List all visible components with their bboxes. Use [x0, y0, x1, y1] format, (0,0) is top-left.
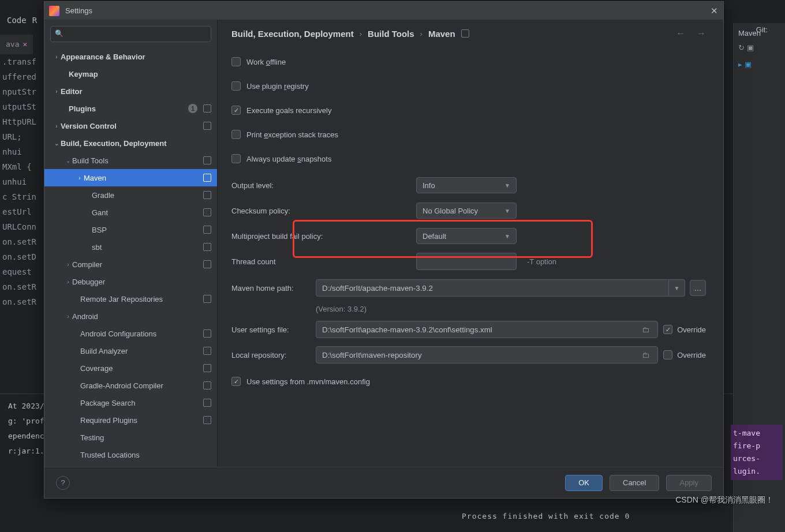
chevron-icon: › — [53, 123, 61, 129]
maven-home-dropdown[interactable]: ▼ — [669, 279, 685, 297]
tree-item-plugins[interactable]: Plugins1 — [44, 100, 217, 117]
project-scope-icon — [203, 243, 211, 251]
tree-item-label: Plugins — [69, 104, 188, 113]
checkbox[interactable] — [231, 106, 241, 115]
tree-item-build-analyzer[interactable]: Build Analyzer — [44, 342, 217, 359]
settings-main-panel: Build, Execution, Deployment› Build Tool… — [218, 20, 723, 467]
tree-item-label: Required Plugins — [80, 416, 201, 425]
tree-item-label: Editor — [61, 87, 211, 96]
checksum-policy-select[interactable]: No Global Policy▼ — [416, 203, 517, 219]
nav-forward-icon[interactable]: → — [697, 28, 706, 39]
tree-item-android-configurations[interactable]: Android Configurations — [44, 325, 217, 342]
tree-item-android[interactable]: ›Android — [44, 308, 217, 325]
user-settings-override-checkbox[interactable] — [663, 325, 672, 334]
watermark: CSDN @帮我消消黑眼圈！ — [675, 495, 773, 505]
chevron-icon: ⌄ — [53, 140, 61, 147]
tree-item-bsp[interactable]: BSP — [44, 221, 217, 238]
nav-back-icon[interactable]: ← — [676, 28, 685, 39]
chevron-icon: ⌄ — [64, 158, 72, 164]
chevron-down-icon: ▼ — [504, 233, 510, 239]
project-scope-icon — [203, 364, 211, 372]
thread-count-label: Thread count — [231, 257, 416, 266]
tree-item-label: Android — [72, 312, 211, 321]
maven-home-input[interactable] — [316, 279, 669, 297]
browse-button[interactable]: … — [690, 280, 706, 296]
tree-item-appearance-behavior[interactable]: ›Appearance & Behavior — [44, 48, 217, 65]
ok-button[interactable]: OK — [565, 475, 603, 491]
tree-item-package-search[interactable]: Package Search — [44, 394, 217, 411]
local-repo-override-checkbox[interactable] — [663, 350, 672, 359]
multiproject-fail-label: Multiproject build fail policy: — [231, 232, 416, 241]
multiproject-fail-select[interactable]: Default▼ — [416, 228, 517, 244]
chevron-icon: › — [53, 88, 61, 95]
user-settings-label: User settings file: — [231, 325, 316, 334]
tree-item-label: Coverage — [80, 364, 201, 373]
tree-item-debugger[interactable]: ›Debugger — [44, 273, 217, 290]
dialog-titlebar[interactable]: Settings ✕ — [44, 2, 723, 20]
settings-dialog: Settings ✕ 🔍 ›Appearance & BehaviorKeyma… — [44, 1, 724, 499]
checkbox[interactable] — [231, 81, 241, 91]
tree-item-keymap[interactable]: Keymap — [44, 65, 217, 83]
checkbox-label: Always update snapshots — [246, 155, 331, 163]
search-icon: 🔍 — [55, 29, 63, 38]
tree-item-sbt[interactable]: sbt — [44, 238, 217, 256]
use-mvn-config-checkbox[interactable] — [231, 377, 241, 386]
project-scope-icon — [203, 191, 211, 199]
chevron-down-icon: ▼ — [674, 285, 680, 291]
chevron-icon: › — [64, 279, 72, 285]
breadcrumb: Build, Execution, Deployment› Build Tool… — [231, 28, 706, 39]
tree-item-coverage[interactable]: Coverage — [44, 359, 217, 377]
tree-item-compiler[interactable]: ›Compiler — [44, 256, 217, 273]
project-scope-icon — [203, 208, 211, 216]
project-scope-icon — [203, 174, 211, 182]
checkbox[interactable] — [231, 154, 241, 163]
tree-item-label: Keymap — [69, 70, 211, 78]
user-settings-input[interactable] — [316, 321, 658, 338]
project-scope-icon — [203, 295, 211, 303]
project-scope-icon — [461, 29, 469, 38]
tree-item-build-tools[interactable]: ⌄Build Tools — [44, 152, 217, 169]
project-scope-icon — [203, 226, 211, 234]
help-button[interactable]: ? — [56, 476, 70, 490]
project-scope-icon — [203, 329, 211, 338]
thread-count-input[interactable] — [416, 253, 517, 270]
tree-item-label: Appearance & Behavior — [61, 53, 211, 61]
local-repo-input[interactable] — [316, 346, 658, 364]
tree-item-label: Build Tools — [72, 156, 201, 165]
settings-search-input[interactable] — [50, 26, 211, 42]
modal-overlay: Settings ✕ 🔍 ›Appearance & BehaviorKeyma… — [0, 0, 785, 532]
tree-item-build-execution-deployment[interactable]: ⌄Build, Execution, Deployment — [44, 134, 217, 152]
tree-item-trusted-locations[interactable]: Trusted Locations — [44, 446, 217, 463]
tree-item-remote-jar-repositories[interactable]: Remote Jar Repositories — [44, 290, 217, 308]
output-level-select[interactable]: Info▼ — [416, 177, 517, 193]
tree-item-maven[interactable]: ›Maven — [44, 169, 217, 186]
tree-item-label: Gant — [92, 208, 201, 217]
tree-item-gradle-android-compiler[interactable]: Gradle-Android Compiler — [44, 377, 217, 394]
folder-icon[interactable]: 🗀 — [642, 325, 649, 334]
tree-item-gradle[interactable]: Gradle — [44, 186, 217, 204]
tree-item-required-plugins[interactable]: Required Plugins — [44, 411, 217, 429]
folder-icon[interactable]: 🗀 — [642, 351, 649, 359]
cancel-button[interactable]: Cancel — [610, 475, 659, 491]
dialog-footer: ? OK Cancel Apply — [44, 467, 723, 498]
project-scope-icon — [203, 416, 211, 424]
chevron-icon: › — [64, 261, 72, 268]
tree-item-label: Testing — [80, 433, 211, 442]
close-icon[interactable]: ✕ — [709, 6, 719, 16]
settings-tree[interactable]: ›Appearance & BehaviorKeymap›EditorPlugi… — [44, 48, 217, 467]
tree-item-gant[interactable]: Gant — [44, 204, 217, 221]
checkbox[interactable] — [231, 130, 241, 139]
chevron-down-icon: ▼ — [504, 182, 510, 189]
chevron-icon: › — [53, 54, 61, 60]
project-scope-icon — [203, 104, 211, 113]
project-scope-icon — [203, 399, 211, 407]
tree-item-version-control[interactable]: ›Version Control — [44, 117, 217, 134]
tree-item-testing[interactable]: Testing — [44, 429, 217, 446]
tree-item-label: Package Search — [80, 399, 201, 407]
checkbox[interactable] — [231, 57, 241, 66]
checksum-policy-label: Checksum policy: — [231, 207, 416, 215]
tree-item-editor[interactable]: ›Editor — [44, 83, 217, 100]
checkbox-label: Use plugin registry — [246, 82, 309, 91]
tree-item-label: Version Control — [61, 122, 201, 130]
apply-button[interactable]: Apply — [666, 475, 712, 491]
